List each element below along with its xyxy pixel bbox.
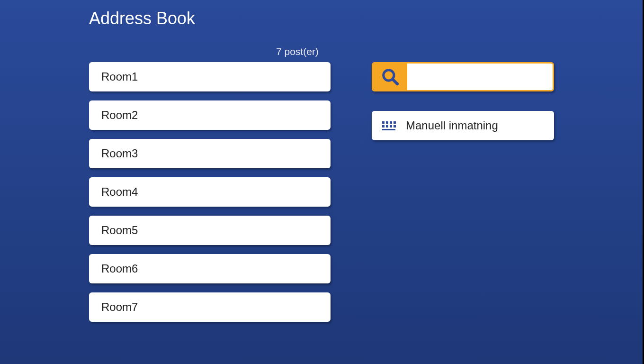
address-entry-label: Room4: [101, 185, 138, 199]
keyboard-icon: [382, 121, 396, 130]
address-entry[interactable]: Room1: [89, 62, 331, 91]
svg-line-1: [393, 79, 397, 84]
address-book-list: Room1 Room2 Room3 Room4 Room5 Room6 Room…: [89, 62, 331, 331]
right-panel: Manuell inmatning: [372, 62, 554, 140]
search-container: [372, 62, 554, 91]
address-entry-label: Room1: [101, 70, 138, 83]
address-entry[interactable]: Room3: [89, 139, 331, 168]
manual-entry-label: Manuell inmatning: [406, 119, 498, 132]
address-entry[interactable]: Room4: [89, 177, 331, 207]
address-entry-label: Room6: [101, 262, 138, 275]
address-entry[interactable]: Room5: [89, 216, 331, 245]
page-title: Address Book: [89, 9, 195, 28]
search-input[interactable]: [407, 64, 553, 90]
address-entry-label: Room5: [101, 224, 138, 237]
entry-count-label: 7 post(er): [276, 46, 319, 57]
keyboard-icon-box: [372, 121, 406, 130]
address-entry-label: Room3: [101, 147, 138, 160]
address-entry-label: Room2: [101, 109, 138, 122]
address-entry[interactable]: Room7: [89, 292, 331, 322]
address-entry[interactable]: Room2: [89, 100, 331, 130]
search-icon: [381, 68, 399, 86]
address-entry-label: Room7: [101, 300, 138, 314]
search-button[interactable]: [373, 64, 407, 90]
address-entry[interactable]: Room6: [89, 254, 331, 283]
manual-entry-button[interactable]: Manuell inmatning: [372, 111, 554, 140]
